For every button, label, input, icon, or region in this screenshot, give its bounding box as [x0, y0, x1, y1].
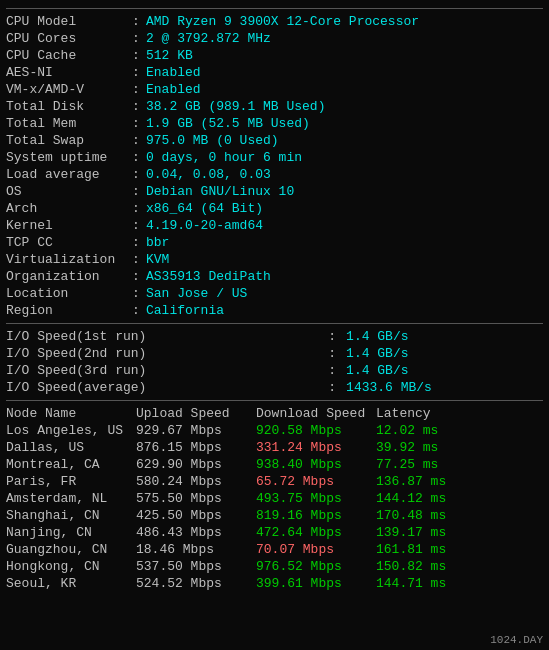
speed-latency: 144.12 ms [376, 490, 543, 507]
sysinfo-val: 1.9 GB (52.5 MB Used) [146, 115, 543, 132]
mid-divider1 [6, 323, 543, 324]
sysinfo-key: Total Mem [6, 115, 126, 132]
speed-download: 938.40 Mbps [256, 456, 376, 473]
speed-upload: 537.50 Mbps [136, 558, 256, 575]
sysinfo-sep: : [126, 268, 146, 285]
speed-latency: 12.02 ms [376, 422, 543, 439]
sysinfo-sep: : [126, 234, 146, 251]
sysinfo-row: VM-x/AMD-V : Enabled [6, 81, 543, 98]
io-key: I/O Speed(3rd run) [6, 362, 328, 379]
sysinfo-row: TCP CC : bbr [6, 234, 543, 251]
io-val: 1.4 GB/s [346, 362, 543, 379]
io-row: I/O Speed(1st run) : 1.4 GB/s [6, 328, 543, 345]
sysinfo-key: OS [6, 183, 126, 200]
sysinfo-key: System uptime [6, 149, 126, 166]
sysinfo-row: CPU Model : AMD Ryzen 9 3900X 12-Core Pr… [6, 13, 543, 30]
io-sep: : [328, 379, 346, 396]
speed-node: Hongkong, CN [6, 558, 136, 575]
speed-header-row: Node Name Upload Speed Download Speed La… [6, 405, 543, 422]
sysinfo-sep: : [126, 132, 146, 149]
speed-latency: 39.92 ms [376, 439, 543, 456]
speed-row: Amsterdam, NL 575.50 Mbps 493.75 Mbps 14… [6, 490, 543, 507]
io-sep: : [328, 362, 346, 379]
speed-latency: 144.71 ms [376, 575, 543, 592]
sysinfo-row: CPU Cache : 512 KB [6, 47, 543, 64]
speed-row: Seoul, KR 524.52 Mbps 399.61 Mbps 144.71… [6, 575, 543, 592]
speed-row: Dallas, US 876.15 Mbps 331.24 Mbps 39.92… [6, 439, 543, 456]
sysinfo-key: VM-x/AMD-V [6, 81, 126, 98]
sysinfo-row: Virtualization : KVM [6, 251, 543, 268]
speed-latency: 150.82 ms [376, 558, 543, 575]
speed-row: Hongkong, CN 537.50 Mbps 976.52 Mbps 150… [6, 558, 543, 575]
col-node: Node Name [6, 405, 136, 422]
speed-download: 920.58 Mbps [256, 422, 376, 439]
sysinfo-key: Total Disk [6, 98, 126, 115]
sysinfo-key: Load average [6, 166, 126, 183]
sysinfo-row: CPU Cores : 2 @ 3792.872 MHz [6, 30, 543, 47]
speed-download: 472.64 Mbps [256, 524, 376, 541]
speed-download: 399.61 Mbps [256, 575, 376, 592]
speed-node: Paris, FR [6, 473, 136, 490]
sysinfo-sep: : [126, 302, 146, 319]
speed-upload: 629.90 Mbps [136, 456, 256, 473]
speed-download: 819.16 Mbps [256, 507, 376, 524]
sysinfo-sep: : [126, 251, 146, 268]
speed-upload: 18.46 Mbps [136, 541, 256, 558]
speed-upload: 876.15 Mbps [136, 439, 256, 456]
sysinfo-val: Enabled [146, 81, 543, 98]
speed-latency: 170.48 ms [376, 507, 543, 524]
speed-node: Dallas, US [6, 439, 136, 456]
sysinfo-val: Enabled [146, 64, 543, 81]
sysinfo-row: System uptime : 0 days, 0 hour 6 min [6, 149, 543, 166]
sysinfo-key: Arch [6, 200, 126, 217]
speed-node: Amsterdam, NL [6, 490, 136, 507]
sysinfo-val: KVM [146, 251, 543, 268]
io-sep: : [328, 345, 346, 362]
sysinfo-val: bbr [146, 234, 543, 251]
speed-upload: 580.24 Mbps [136, 473, 256, 490]
speed-download: 65.72 Mbps [256, 473, 376, 490]
speed-row: Shanghai, CN 425.50 Mbps 819.16 Mbps 170… [6, 507, 543, 524]
sysinfo-val: 2 @ 3792.872 MHz [146, 30, 543, 47]
col-latency: Latency [376, 405, 543, 422]
sysinfo-key: Virtualization [6, 251, 126, 268]
io-val: 1.4 GB/s [346, 328, 543, 345]
sysinfo-row: Region : California [6, 302, 543, 319]
sysinfo-row: Total Mem : 1.9 GB (52.5 MB Used) [6, 115, 543, 132]
speed-row: Paris, FR 580.24 Mbps 65.72 Mbps 136.87 … [6, 473, 543, 490]
sysinfo-val: 38.2 GB (989.1 MB Used) [146, 98, 543, 115]
sysinfo-key: AES-NI [6, 64, 126, 81]
speed-node: Los Angeles, US [6, 422, 136, 439]
speed-upload: 575.50 Mbps [136, 490, 256, 507]
sysinfo-sep: : [126, 217, 146, 234]
sysinfo-row: Total Swap : 975.0 MB (0 Used) [6, 132, 543, 149]
sysinfo-row: Location : San Jose / US [6, 285, 543, 302]
io-table: I/O Speed(1st run) : 1.4 GB/s I/O Speed(… [6, 328, 543, 396]
sysinfo-sep: : [126, 64, 146, 81]
speed-download: 976.52 Mbps [256, 558, 376, 575]
sysinfo-val: 4.19.0-20-amd64 [146, 217, 543, 234]
speed-node: Guangzhou, CN [6, 541, 136, 558]
sysinfo-val: AMD Ryzen 9 3900X 12-Core Processor [146, 13, 543, 30]
speed-row: Los Angeles, US 929.67 Mbps 920.58 Mbps … [6, 422, 543, 439]
speed-upload: 425.50 Mbps [136, 507, 256, 524]
speed-download: 493.75 Mbps [256, 490, 376, 507]
sysinfo-sep: : [126, 183, 146, 200]
sysinfo-val: AS35913 DediPath [146, 268, 543, 285]
speed-node: Montreal, CA [6, 456, 136, 473]
sysinfo-sep: : [126, 200, 146, 217]
sysinfo-sep: : [126, 81, 146, 98]
speed-latency: 77.25 ms [376, 456, 543, 473]
sysinfo-row: Organization : AS35913 DediPath [6, 268, 543, 285]
io-key: I/O Speed(average) [6, 379, 328, 396]
speed-download: 331.24 Mbps [256, 439, 376, 456]
sysinfo-key: TCP CC [6, 234, 126, 251]
sysinfo-row: Total Disk : 38.2 GB (989.1 MB Used) [6, 98, 543, 115]
speed-upload: 929.67 Mbps [136, 422, 256, 439]
top-divider [6, 8, 543, 9]
speed-latency: 136.87 ms [376, 473, 543, 490]
io-key: I/O Speed(2nd run) [6, 345, 328, 362]
sysinfo-sep: : [126, 30, 146, 47]
sysinfo-sep: : [126, 47, 146, 64]
sysinfo-sep: : [126, 166, 146, 183]
